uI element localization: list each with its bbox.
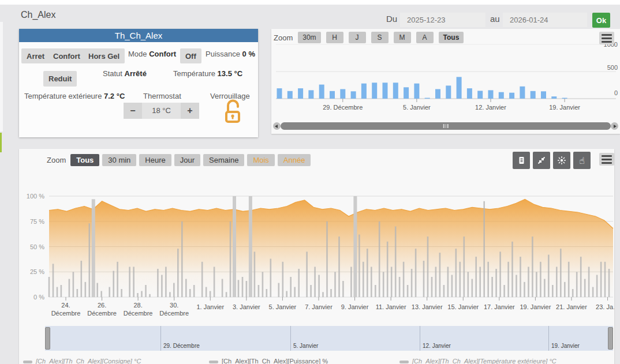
thermostat-label: Thermostat [143,92,181,100]
hand-pointer-icon[interactable]: ☝ [573,152,591,169]
navigator-date-label: 12. Janvier [423,343,451,349]
date-from-input[interactable] [400,13,485,27]
navigator-right-handle[interactable] [608,327,613,350]
top-zoom-controls: Zoom 30mHJSMATous [274,32,464,43]
zoom-button-j[interactable]: J [349,32,366,43]
svg-text:19. Janvier: 19. Janvier [520,303,551,310]
zoom-button-30m[interactable]: 30m [298,32,320,43]
date-ok-button[interactable]: Ok [592,13,610,28]
svg-text:5. Janvier: 5. Janvier [403,104,431,111]
power-chart-panel: 1000500029. Décembre5. Janvier12. Janvie… [271,29,620,134]
svg-text:23. Ja…: 23. Ja… [596,303,614,310]
notes-icon[interactable] [513,152,530,169]
confort-button[interactable]: Confort [48,48,85,63]
svg-text:29. Décembre: 29. Décembre [323,104,363,111]
navigator-gridline [548,326,549,351]
setpoint-plus-button[interactable]: + [181,103,199,119]
temp-ext-value: 7.2 °C [104,92,125,100]
zoom-button-tous[interactable]: Tous [439,32,464,43]
legend-label: [Ch_Alex][Th_Ch_Alex][Puissance] % [222,358,328,364]
navigator-gridline [290,326,291,351]
zoom-button-h[interactable]: H [326,32,343,43]
svg-text:0 %: 0 % [33,294,44,301]
thermostat-widget: Th_Ch_Alex Arret Confort Hors Gel Mode C… [19,29,258,137]
zoom-button-mois[interactable]: Mois [247,154,274,166]
svg-text:3. Janvier: 3. Janvier [233,303,260,310]
zoom-button-tous[interactable]: Tous [70,154,99,166]
chart-navigator[interactable]: 29. Décembre5. Janvier12. Janvier19. Jan… [45,326,613,351]
setpoint-minus-button[interactable]: − [124,103,142,119]
thermostat-title: Th_Ch_Alex [19,29,258,42]
legend-swatch [23,361,32,363]
statut-status: Statut Arrêté [103,69,147,78]
bottom-zoom-label: Zoom [47,156,66,164]
puissance-label: Puissance [206,50,240,58]
sun-icon[interactable] [553,152,570,169]
navigator-gridline [420,326,420,351]
navigator-gridline [160,326,161,351]
hors-gel-button[interactable]: Hors Gel [83,48,125,63]
scrollbar-thumb[interactable] [281,122,611,130]
svg-text:100 %: 100 % [27,193,44,200]
arret-button[interactable]: Arret [21,48,50,63]
svg-text:19. Janvier: 19. Janvier [549,104,580,111]
unlock-icon[interactable] [222,98,243,123]
top-chart-scrollbar[interactable] [273,122,618,130]
setpoint-stepper: − 18 °C + [124,103,199,119]
power-bar-chart[interactable]: 1000500029. Décembre5. Janvier12. Janvie… [271,29,620,134]
svg-text:26.: 26. [98,302,106,309]
reduit-button[interactable]: Reduit [43,71,77,87]
svg-text:Décembre: Décembre [87,310,117,317]
top-zoom-label: Zoom [274,33,293,42]
mode-label: Mode [128,50,147,58]
zoom-button-m[interactable]: M [394,32,411,43]
statut-value: Arrêté [125,69,147,78]
legend-label: [Ch_Alex][Th_Ch_Alex][Température extéri… [412,358,556,364]
power-bars [277,77,567,99]
legend-swatch [209,361,218,363]
top-chart-menu-icon[interactable] [599,32,614,44]
date-to-input[interactable] [503,13,587,27]
zoom-button-heure[interactable]: Heure [139,154,171,166]
scroll-left-icon[interactable] [273,122,281,130]
legend-swatch [399,361,409,363]
legend-item[interactable]: [Ch_Alex][Th_Ch_Alex][Puissance] % [209,358,328,364]
temperature-label: Température [173,69,215,78]
zoom-button-30-min[interactable]: 30 min [102,154,136,166]
navigator-left-handle[interactable] [45,327,50,350]
svg-text:75 %: 75 % [30,218,44,225]
svg-text:15. Janvier: 15. Janvier [447,303,479,310]
zoom-button-semaine[interactable]: Semaine [203,154,244,166]
legend-item[interactable]: [Ch_Alex][Th_Ch_Alex][Température extéri… [399,358,556,364]
bottom-zoom-controls: Zoom Tous30 minHeureJourSemaineMoisAnnée [47,154,311,166]
page-title: Ch_Alex [21,10,55,20]
svg-text:1. Janvier: 1. Janvier [196,303,224,310]
compress-arrows-icon[interactable] [533,152,550,169]
svg-text:9. Janvier: 9. Janvier [341,303,369,310]
zoom-button-jour[interactable]: Jour [174,154,200,166]
scroll-right-icon[interactable] [611,122,618,130]
svg-text:28.: 28. [133,302,142,309]
history-chart-panel: 0 %25 %50 %75 %100 %24.Décembre26.Décemb… [19,149,614,364]
legend-item[interactable]: [Ch_Alex][Th_Ch_Alex][Consigne] °C [23,358,141,364]
statut-label: Statut [103,69,122,78]
zoom-button-a[interactable]: A [416,32,434,43]
puissance-value: 0 % [242,50,255,58]
svg-text:Décembre: Décembre [159,310,189,317]
zoom-button-année[interactable]: Année [278,154,311,166]
legend-label: [Ch_Alex][Th_Ch_Alex][Consigne] °C [36,358,141,364]
setpoint-value: 18 °C [142,103,181,119]
svg-text:50 %: 50 % [30,243,44,250]
temperature-status: Température 13.5 °C [173,69,242,78]
left-sliver [0,22,3,132]
navigator-date-label: 19. Janvier [551,343,580,349]
svg-text:25 %: 25 % [30,268,44,275]
svg-text:500: 500 [607,64,618,71]
off-button[interactable]: Off [180,48,201,63]
svg-text:Décembre: Décembre [124,310,153,317]
bottom-chart-menu-icon[interactable] [599,153,614,166]
svg-text:11. Janvier: 11. Janvier [376,303,406,310]
svg-text:12. Janvier: 12. Janvier [475,104,506,111]
navigator-date-label: 29. Décembre [163,343,200,349]
zoom-button-s[interactable]: S [371,32,389,43]
